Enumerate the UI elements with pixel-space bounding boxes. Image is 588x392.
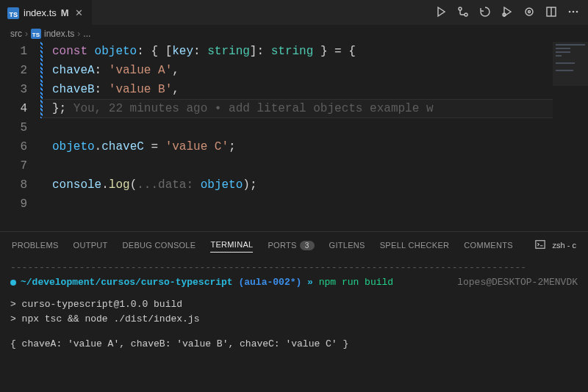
compare-icon[interactable] [457, 6, 469, 20]
panel-tab-bar: PROBLEMSOUTPUTDEBUG CONSOLETERMINALPORTS… [0, 232, 588, 258]
panel-tab-terminal[interactable]: TERMINAL [210, 240, 253, 253]
code-line[interactable] [52, 195, 588, 214]
gitlens-icon[interactable] [523, 6, 535, 20]
tab-modified-marker: M [61, 7, 69, 18]
tab-filename: index.ts [24, 7, 57, 18]
ports-badge: 3 [300, 241, 315, 250]
code-line[interactable]: chaveB: 'value B', [52, 80, 588, 99]
code-line[interactable] [52, 118, 588, 137]
line-number: 2 [0, 61, 27, 80]
panel-tab-output[interactable]: OUTPUT [74, 241, 108, 250]
panel-actions: zsh - c [535, 239, 576, 251]
line-number-gutter: 123456789 [0, 42, 40, 231]
terminal-host: lopes@DESKTOP-2MENVDK [457, 275, 578, 290]
terminal-icon[interactable] [535, 239, 545, 251]
prompt-path: ~/development/cursos/curso-typescript [21, 277, 233, 288]
terminal-line: > curso-typescript@1.0.0 build [10, 297, 578, 312]
code-line[interactable]: objeto.chaveC = 'value C'; [52, 137, 588, 156]
timeline-icon[interactable] [479, 6, 491, 20]
editor-actions [435, 0, 588, 25]
code-editor[interactable]: 123456789 const objeto: { [key: string]:… [0, 42, 588, 231]
panel-tab-problems[interactable]: PROBLEMS [12, 241, 59, 250]
panel-tab-gitlens[interactable]: GITLENS [329, 241, 365, 250]
panel-tab-spell-checker[interactable]: SPELL CHECKER [380, 241, 450, 250]
play-icon[interactable] [435, 6, 447, 20]
split-editor-icon[interactable] [545, 6, 557, 20]
terminal-divider: ----------------------------------------… [10, 261, 578, 275]
svg-point-4 [528, 10, 531, 12]
chevron-right-icon: › [25, 29, 28, 39]
line-number: 1 [0, 42, 27, 61]
svg-point-9 [576, 10, 578, 12]
terminal-output[interactable]: ----------------------------------------… [0, 258, 588, 392]
prompt-branch: (aula-002*) [238, 277, 301, 288]
svg-rect-10 [535, 240, 544, 248]
file-tab[interactable]: TS index.ts M ✕ [0, 0, 92, 25]
terminal-name[interactable]: zsh - c [553, 241, 576, 250]
breadcrumb-file[interactable]: index.ts [44, 29, 74, 39]
terminal-result: { chaveA: 'value A', chaveB: 'value B', … [10, 337, 578, 352]
run-debug-icon[interactable] [501, 6, 513, 20]
typescript-icon: TS [7, 7, 19, 19]
panel-tab-comments[interactable]: COMMENTS [464, 241, 513, 250]
prompt-separator: » [301, 277, 318, 288]
line-number: 5 [0, 118, 27, 137]
minimap-slider[interactable] [553, 42, 588, 86]
line-number: 4 [0, 99, 27, 118]
line-number: 6 [0, 137, 27, 156]
terminal-prompt-line: ~/development/cursos/curso-typescript (a… [10, 275, 578, 290]
breadcrumb-folder[interactable]: src [10, 29, 22, 39]
line-number: 8 [0, 175, 27, 195]
line-number: 7 [0, 156, 27, 175]
terminal-line: > npx tsc && node ./dist/index.js [10, 312, 578, 327]
code-area[interactable]: const objeto: { [key: string]: string } … [40, 42, 588, 231]
code-line[interactable]: console.log(...data: objeto); [52, 175, 588, 195]
svg-point-3 [526, 8, 533, 15]
terminal-command: npm run build [319, 277, 393, 288]
chevron-right-icon: › [77, 29, 80, 39]
svg-point-1 [465, 13, 467, 16]
code-line[interactable] [52, 156, 588, 175]
line-number: 3 [0, 80, 27, 99]
more-icon[interactable] [567, 6, 579, 20]
panel-tab-ports[interactable]: PORTS3 [268, 241, 314, 250]
editor-tab-bar: TS index.ts M ✕ [0, 0, 588, 26]
current-line-highlight [40, 99, 588, 118]
svg-point-8 [573, 10, 575, 12]
code-line[interactable]: chaveA: 'value A', [52, 61, 588, 80]
minimap[interactable] [553, 42, 588, 130]
prompt-status-icon [10, 280, 16, 286]
code-line[interactable]: const objeto: { [key: string]: string } … [52, 42, 588, 61]
svg-point-7 [569, 10, 571, 12]
close-icon[interactable]: ✕ [74, 7, 85, 18]
breadcrumb[interactable]: src › TS index.ts › ... [0, 26, 588, 42]
svg-point-0 [459, 7, 462, 10]
bottom-panel: PROBLEMSOUTPUTDEBUG CONSOLETERMINALPORTS… [0, 231, 588, 392]
breadcrumb-more[interactable]: ... [83, 29, 90, 39]
panel-tab-debug-console[interactable]: DEBUG CONSOLE [123, 241, 196, 250]
typescript-icon: TS [31, 29, 41, 39]
line-number: 9 [0, 195, 27, 214]
